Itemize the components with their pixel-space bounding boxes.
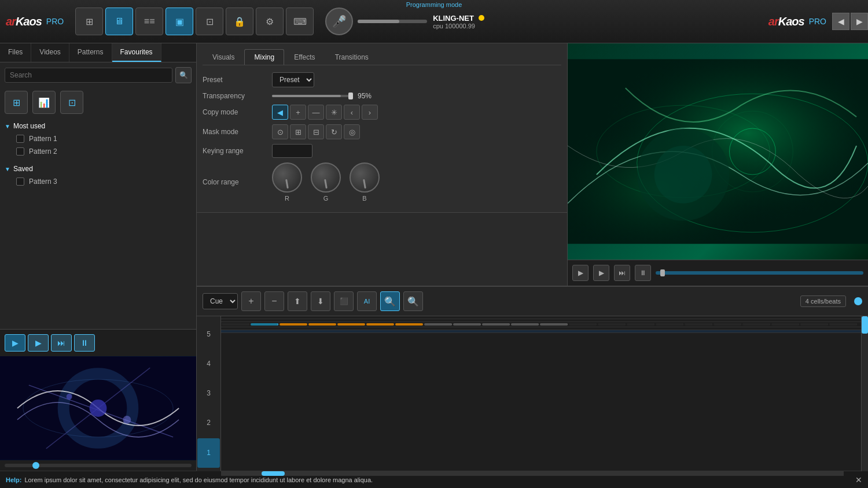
grid-cell[interactable] bbox=[742, 323, 770, 326]
list-item[interactable]: Pattern 1 bbox=[5, 132, 192, 145]
copy-mode-left[interactable]: ‹ bbox=[344, 105, 360, 120]
copy-mode-plus[interactable]: + bbox=[290, 105, 306, 120]
transport-skip-button[interactable]: ⏭ bbox=[614, 265, 630, 281]
tab-mixing[interactable]: Mixing bbox=[244, 49, 284, 65]
add-pattern-button[interactable]: ⊞ bbox=[5, 91, 28, 114]
preview-pause-button[interactable]: ⏸ bbox=[74, 334, 95, 352]
copy-mode-label: Copy mode bbox=[203, 108, 266, 116]
grid-cell[interactable] bbox=[453, 323, 481, 326]
transport-thumb bbox=[660, 269, 665, 276]
copy-mode-triangle[interactable]: ◀ bbox=[272, 105, 288, 120]
tab-favourites[interactable]: Favourites bbox=[112, 43, 161, 62]
copy-mode-minus[interactable]: — bbox=[308, 105, 324, 120]
knob-r[interactable] bbox=[272, 162, 302, 193]
tab-visuals[interactable]: Visuals bbox=[203, 49, 244, 65]
transparency-slider[interactable]: 95% bbox=[272, 92, 561, 100]
toolbar-output-icon[interactable]: ▣ bbox=[165, 8, 193, 35]
import-button[interactable]: ⊡ bbox=[60, 91, 83, 114]
mask-mode-split-v[interactable]: ⊞ bbox=[290, 124, 306, 139]
group-most-used[interactable]: ▼ Most used bbox=[5, 120, 192, 132]
item-checkbox[interactable] bbox=[16, 147, 24, 156]
nav-back-button[interactable]: ◀ bbox=[832, 13, 849, 30]
grid-cell[interactable] bbox=[279, 323, 307, 326]
preview-thumbnail bbox=[0, 356, 196, 460]
grid-cell[interactable] bbox=[598, 323, 626, 326]
preview-play-button[interactable]: ▶ bbox=[5, 334, 25, 352]
preview-step-button[interactable]: ▶ bbox=[28, 334, 49, 352]
seq-copy-button[interactable]: ⬛ bbox=[334, 291, 354, 311]
grid-cell[interactable] bbox=[540, 323, 568, 326]
toolbar-lock-icon[interactable]: 🔒 bbox=[226, 8, 253, 35]
copy-mode-right[interactable]: › bbox=[362, 105, 378, 120]
transport-play-button[interactable]: ▶ bbox=[572, 265, 589, 281]
search-row: 🔍 bbox=[0, 62, 196, 88]
seq-zoom-out-button[interactable]: 🔍 bbox=[403, 291, 423, 311]
grid-cell[interactable] bbox=[337, 323, 365, 326]
tab-videos[interactable]: Videos bbox=[31, 43, 69, 62]
mic-button[interactable]: 🎤 bbox=[325, 8, 353, 35]
status-close-button[interactable]: ✕ bbox=[855, 475, 862, 485]
seq-import-button[interactable]: ⬆ bbox=[288, 291, 307, 311]
list-item[interactable]: Pattern 3 bbox=[5, 175, 192, 188]
mask-mode-circle[interactable]: ⊙ bbox=[272, 124, 288, 139]
seq-zoom-in-button[interactable]: 🔍 bbox=[380, 291, 400, 311]
preview-skipstep-button[interactable]: ⏭ bbox=[51, 334, 72, 352]
copy-mode-star[interactable]: ✳ bbox=[326, 105, 342, 120]
grid-cell[interactable] bbox=[713, 323, 741, 326]
mic-slider[interactable] bbox=[358, 20, 427, 23]
grid-cell[interactable] bbox=[395, 323, 423, 326]
grid-cell[interactable] bbox=[569, 323, 597, 326]
grid-cell[interactable] bbox=[829, 323, 857, 326]
item-checkbox[interactable] bbox=[16, 178, 24, 186]
seq-export-button[interactable]: ⬇ bbox=[311, 291, 330, 311]
tab-transitions[interactable]: Transitions bbox=[325, 49, 378, 65]
grid-cell[interactable] bbox=[308, 323, 336, 326]
tab-effects[interactable]: Effects bbox=[284, 49, 325, 65]
knob-b[interactable] bbox=[350, 162, 380, 193]
mask-mode-split-h[interactable]: ⊟ bbox=[308, 124, 324, 139]
toolbar-mixer-icon[interactable]: ≡≡ bbox=[135, 8, 163, 35]
item-checkbox[interactable] bbox=[16, 135, 24, 143]
keying-range-input[interactable] bbox=[272, 144, 312, 158]
grid-cell[interactable] bbox=[424, 323, 452, 326]
toolbar-settings-icon[interactable]: ⚙ bbox=[256, 8, 284, 35]
grid-cell[interactable] bbox=[656, 323, 683, 326]
grid-cell[interactable] bbox=[222, 323, 249, 326]
tab-files[interactable]: Files bbox=[0, 43, 31, 62]
transport-slider[interactable] bbox=[656, 271, 863, 275]
toolbar-grid-icon[interactable]: ⊞ bbox=[75, 8, 103, 35]
top-toolbar: ⊞ 🖥 ≡≡ ▣ ⊡ 🔒 ⚙ ⌨ bbox=[75, 8, 314, 35]
grid-cell[interactable] bbox=[685, 323, 712, 326]
mask-mode-rotate[interactable]: ↻ bbox=[326, 124, 342, 139]
group-saved[interactable]: ▼ Saved bbox=[5, 162, 192, 175]
grid-cell[interactable] bbox=[511, 323, 539, 326]
grid-cell[interactable] bbox=[627, 323, 654, 326]
transport-pause-button[interactable]: ⏸ bbox=[635, 265, 651, 281]
grid-cell[interactable] bbox=[482, 323, 510, 326]
grid-cell[interactable] bbox=[800, 323, 828, 326]
seq-remove-button[interactable]: − bbox=[264, 291, 284, 311]
svg-point-16 bbox=[654, 146, 712, 204]
right-scrollbar[interactable] bbox=[861, 316, 868, 471]
preview-slider[interactable] bbox=[0, 460, 196, 471]
cue-select[interactable]: Cue bbox=[203, 293, 238, 309]
seq-horizontal-scrollbar[interactable] bbox=[221, 471, 844, 476]
toolbar-keyboard-icon[interactable]: ⌨ bbox=[286, 8, 314, 35]
list-item[interactable]: Pattern 2 bbox=[5, 145, 192, 158]
seq-ai-button[interactable]: AI bbox=[357, 291, 377, 311]
toolbar-screen-icon[interactable]: 🖥 bbox=[105, 8, 133, 35]
search-button[interactable]: 🔍 bbox=[175, 67, 192, 83]
grid-cell[interactable] bbox=[771, 323, 799, 326]
search-input[interactable] bbox=[5, 68, 172, 83]
grid-cell[interactable] bbox=[366, 323, 394, 326]
mask-mode-target[interactable]: ◎ bbox=[344, 124, 360, 139]
preset-select[interactable]: Preset bbox=[272, 72, 314, 87]
transport-play2-button[interactable]: ▶ bbox=[593, 265, 609, 281]
toolbar-window-icon[interactable]: ⊡ bbox=[196, 8, 223, 35]
nav-forward-button[interactable]: ▶ bbox=[851, 13, 868, 30]
seq-add-button[interactable]: + bbox=[241, 291, 261, 311]
add-media-button[interactable]: 📊 bbox=[32, 91, 56, 114]
knob-g[interactable] bbox=[311, 162, 341, 193]
grid-cell[interactable] bbox=[251, 323, 278, 326]
tab-patterns[interactable]: Patterns bbox=[69, 43, 112, 62]
